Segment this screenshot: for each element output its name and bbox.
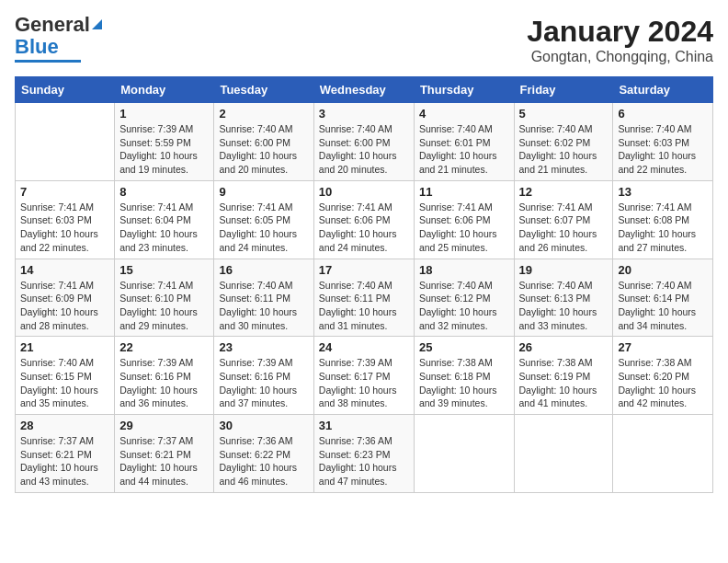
day-number: 26 — [519, 340, 609, 354]
day-number: 13 — [618, 185, 708, 199]
title-block: January 2024 Gongtan, Chongqing, China — [527, 15, 713, 65]
day-info: Sunrise: 7:41 AM Sunset: 6:05 PM Dayligh… — [219, 201, 308, 255]
day-info: Sunrise: 7:41 AM Sunset: 6:06 PM Dayligh… — [319, 201, 409, 255]
table-row: 31Sunrise: 7:36 AM Sunset: 6:23 PM Dayli… — [313, 415, 414, 493]
calendar-header-row: Sunday Monday Tuesday Wednesday Thursday… — [16, 77, 713, 103]
table-row: 6Sunrise: 7:40 AM Sunset: 6:03 PM Daylig… — [613, 103, 713, 181]
day-info: Sunrise: 7:41 AM Sunset: 6:04 PM Dayligh… — [119, 201, 209, 255]
col-friday: Friday — [514, 77, 613, 103]
table-row: 22Sunrise: 7:39 AM Sunset: 6:16 PM Dayli… — [115, 337, 214, 415]
day-number: 21 — [20, 340, 109, 354]
table-row: 3Sunrise: 7:40 AM Sunset: 6:00 PM Daylig… — [313, 103, 414, 181]
table-row: 29Sunrise: 7:37 AM Sunset: 6:21 PM Dayli… — [115, 415, 214, 493]
day-info: Sunrise: 7:41 AM Sunset: 6:07 PM Dayligh… — [519, 201, 609, 255]
logo-blue: Blue — [15, 35, 59, 59]
day-number: 6 — [618, 107, 708, 121]
table-row: 14Sunrise: 7:41 AM Sunset: 6:09 PM Dayli… — [16, 259, 115, 337]
table-row: 15Sunrise: 7:41 AM Sunset: 6:10 PM Dayli… — [115, 259, 214, 337]
day-number: 14 — [20, 263, 109, 277]
day-number: 23 — [219, 340, 308, 354]
col-sunday: Sunday — [16, 77, 115, 103]
day-info: Sunrise: 7:40 AM Sunset: 6:14 PM Dayligh… — [618, 279, 708, 333]
table-row: 27Sunrise: 7:38 AM Sunset: 6:20 PM Dayli… — [613, 337, 713, 415]
page-header: General Blue January 2024 Gongtan, Chong… — [15, 15, 713, 65]
day-number: 10 — [319, 185, 409, 199]
table-row: 24Sunrise: 7:39 AM Sunset: 6:17 PM Dayli… — [313, 337, 414, 415]
table-row: 26Sunrise: 7:38 AM Sunset: 6:19 PM Dayli… — [514, 337, 613, 415]
table-row: 9Sunrise: 7:41 AM Sunset: 6:05 PM Daylig… — [214, 180, 313, 259]
day-info: Sunrise: 7:37 AM Sunset: 6:21 PM Dayligh… — [119, 434, 209, 488]
day-info: Sunrise: 7:36 AM Sunset: 6:23 PM Dayligh… — [319, 434, 409, 488]
table-row — [414, 415, 514, 493]
day-number: 2 — [219, 107, 308, 121]
table-row: 5Sunrise: 7:40 AM Sunset: 6:02 PM Daylig… — [514, 103, 613, 181]
day-info: Sunrise: 7:41 AM Sunset: 6:08 PM Dayligh… — [618, 201, 708, 255]
day-info: Sunrise: 7:36 AM Sunset: 6:22 PM Dayligh… — [219, 434, 308, 488]
table-row: 4Sunrise: 7:40 AM Sunset: 6:01 PM Daylig… — [414, 103, 514, 181]
table-row: 2Sunrise: 7:40 AM Sunset: 6:00 PM Daylig… — [214, 103, 313, 181]
day-number: 29 — [119, 419, 209, 432]
calendar-week-row: 7Sunrise: 7:41 AM Sunset: 6:03 PM Daylig… — [16, 180, 713, 259]
day-info: Sunrise: 7:41 AM Sunset: 6:09 PM Dayligh… — [20, 279, 109, 333]
day-info: Sunrise: 7:40 AM Sunset: 6:01 PM Dayligh… — [419, 122, 509, 177]
day-number: 7 — [20, 185, 109, 199]
table-row: 13Sunrise: 7:41 AM Sunset: 6:08 PM Dayli… — [613, 180, 713, 259]
calendar-week-row: 14Sunrise: 7:41 AM Sunset: 6:09 PM Dayli… — [16, 259, 713, 337]
day-number: 28 — [20, 419, 109, 432]
table-row: 10Sunrise: 7:41 AM Sunset: 6:06 PM Dayli… — [313, 180, 414, 259]
logo-underline — [15, 60, 81, 63]
day-info: Sunrise: 7:40 AM Sunset: 6:15 PM Dayligh… — [20, 356, 109, 410]
table-row: 1Sunrise: 7:39 AM Sunset: 5:59 PM Daylig… — [115, 103, 214, 181]
table-row: 23Sunrise: 7:39 AM Sunset: 6:16 PM Dayli… — [214, 337, 313, 415]
calendar-table: Sunday Monday Tuesday Wednesday Thursday… — [15, 76, 713, 493]
day-number: 27 — [618, 340, 708, 354]
day-info: Sunrise: 7:40 AM Sunset: 6:11 PM Dayligh… — [219, 279, 308, 333]
day-number: 16 — [219, 263, 308, 277]
day-number: 4 — [419, 107, 509, 121]
logo-text: General — [15, 15, 90, 35]
day-info: Sunrise: 7:40 AM Sunset: 6:02 PM Dayligh… — [519, 122, 609, 177]
day-number: 1 — [119, 107, 209, 121]
day-info: Sunrise: 7:40 AM Sunset: 6:00 PM Dayligh… — [219, 122, 308, 177]
day-number: 5 — [519, 107, 609, 121]
day-info: Sunrise: 7:38 AM Sunset: 6:20 PM Dayligh… — [618, 356, 708, 410]
table-row — [613, 415, 713, 493]
day-info: Sunrise: 7:38 AM Sunset: 6:18 PM Dayligh… — [419, 356, 509, 410]
day-number: 25 — [419, 340, 509, 354]
calendar-subtitle: Gongtan, Chongqing, China — [527, 49, 713, 65]
day-number: 20 — [618, 263, 708, 277]
day-info: Sunrise: 7:40 AM Sunset: 6:03 PM Dayligh… — [618, 122, 708, 177]
table-row: 7Sunrise: 7:41 AM Sunset: 6:03 PM Daylig… — [16, 180, 115, 259]
day-info: Sunrise: 7:39 AM Sunset: 5:59 PM Dayligh… — [119, 122, 209, 177]
day-info: Sunrise: 7:39 AM Sunset: 6:17 PM Dayligh… — [319, 356, 409, 410]
day-info: Sunrise: 7:38 AM Sunset: 6:19 PM Dayligh… — [519, 356, 609, 410]
calendar-week-row: 1Sunrise: 7:39 AM Sunset: 5:59 PM Daylig… — [16, 103, 713, 181]
col-tuesday: Tuesday — [214, 77, 313, 103]
table-row: 11Sunrise: 7:41 AM Sunset: 6:06 PM Dayli… — [414, 180, 514, 259]
day-number: 12 — [519, 185, 609, 199]
day-info: Sunrise: 7:41 AM Sunset: 6:03 PM Dayligh… — [20, 201, 109, 255]
table-row: 16Sunrise: 7:40 AM Sunset: 6:11 PM Dayli… — [214, 259, 313, 337]
day-info: Sunrise: 7:40 AM Sunset: 6:12 PM Dayligh… — [419, 279, 509, 333]
table-row: 25Sunrise: 7:38 AM Sunset: 6:18 PM Dayli… — [414, 337, 514, 415]
col-saturday: Saturday — [613, 77, 713, 103]
day-number: 9 — [219, 185, 308, 199]
day-number: 30 — [219, 419, 308, 432]
day-info: Sunrise: 7:41 AM Sunset: 6:06 PM Dayligh… — [419, 201, 509, 255]
day-number: 31 — [319, 419, 409, 432]
table-row: 8Sunrise: 7:41 AM Sunset: 6:04 PM Daylig… — [115, 180, 214, 259]
calendar-title: January 2024 — [527, 15, 713, 49]
table-row: 28Sunrise: 7:37 AM Sunset: 6:21 PM Dayli… — [16, 415, 115, 493]
day-info: Sunrise: 7:40 AM Sunset: 6:11 PM Dayligh… — [319, 279, 409, 333]
day-number: 19 — [519, 263, 609, 277]
day-number: 22 — [119, 340, 209, 354]
table-row — [514, 415, 613, 493]
col-monday: Monday — [115, 77, 214, 103]
day-number: 3 — [319, 107, 409, 121]
day-number: 11 — [419, 185, 509, 199]
table-row — [16, 103, 115, 181]
day-number: 15 — [119, 263, 209, 277]
day-number: 18 — [419, 263, 509, 277]
day-info: Sunrise: 7:39 AM Sunset: 6:16 PM Dayligh… — [119, 356, 209, 410]
day-info: Sunrise: 7:40 AM Sunset: 6:13 PM Dayligh… — [519, 279, 609, 333]
